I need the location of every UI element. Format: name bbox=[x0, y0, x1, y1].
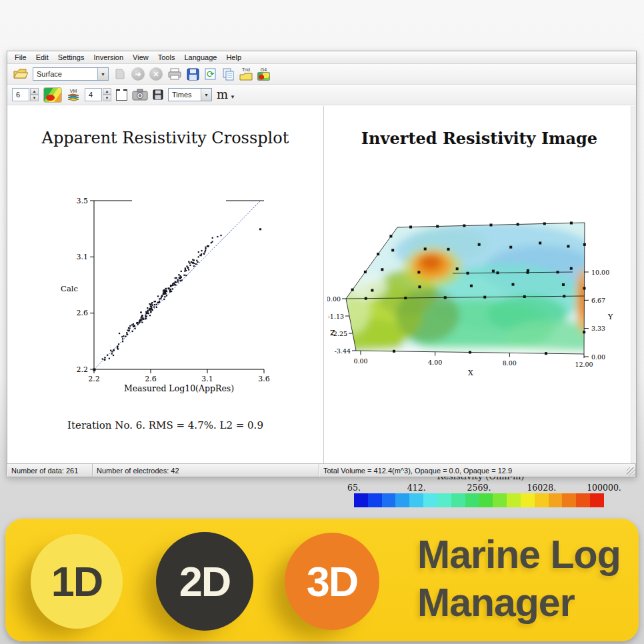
colorbar-segment bbox=[507, 493, 521, 507]
svg-text:4.00: 4.00 bbox=[428, 359, 442, 366]
volume-layers-icon[interactable]: VM bbox=[67, 89, 80, 101]
spin-down-icon[interactable]: ▼ bbox=[103, 95, 111, 101]
badge-3d: 3D bbox=[285, 533, 379, 630]
spin-up-icon[interactable]: ▲ bbox=[103, 88, 111, 95]
map-icon[interactable]: G4 bbox=[257, 67, 270, 81]
svg-text:Y: Y bbox=[607, 313, 613, 321]
status-electrode-count: Number of electrodes: 42 bbox=[93, 464, 319, 477]
colorbar-segment bbox=[409, 493, 423, 507]
plot-area: Apparent Resistivity Crossplot 3.53.12.6… bbox=[7, 106, 636, 465]
svg-text:2.2: 2.2 bbox=[77, 365, 89, 374]
colorbar-segment bbox=[423, 493, 437, 507]
iteration-spinbox[interactable]: 6 ▲▼ bbox=[12, 88, 39, 101]
colorbar-tick-label: 100000. bbox=[587, 483, 621, 493]
copy-icon[interactable] bbox=[221, 67, 235, 81]
svg-text:2.2: 2.2 bbox=[88, 375, 100, 383]
svg-text:-0.00: -0.00 bbox=[327, 295, 341, 303]
spin-up-icon[interactable]: ▲ bbox=[30, 88, 39, 95]
font-select[interactable]: Times ▼ bbox=[168, 88, 212, 101]
open-project-icon[interactable] bbox=[12, 67, 28, 81]
svg-text:0.00: 0.00 bbox=[591, 353, 605, 361]
spin-down-icon[interactable]: ▼ bbox=[30, 95, 39, 101]
document-icon-disabled bbox=[113, 67, 127, 81]
chevron-down-icon[interactable]: ▼ bbox=[97, 68, 108, 80]
resistivity-colorbar: Resistivity (Ohm-m) 65.412.2569.16028.10… bbox=[337, 471, 624, 511]
colorbar-segment bbox=[465, 493, 479, 507]
colorbar-tick-label: 412. bbox=[407, 483, 426, 493]
resize-grip[interactable] bbox=[627, 467, 635, 476]
svg-text:3.1: 3.1 bbox=[201, 375, 213, 383]
colorbar-segment bbox=[590, 493, 604, 507]
colorbar-tick-label: 65. bbox=[347, 483, 361, 493]
main-toolbar: Surface ▼ ➜ ✕ ⟳ bbox=[7, 64, 636, 85]
svg-text:3.5: 3.5 bbox=[77, 197, 89, 205]
svg-text:3.6: 3.6 bbox=[258, 375, 270, 383]
colorbar-segment bbox=[535, 493, 549, 507]
layer-spinbox[interactable]: 4 ▲▼ bbox=[85, 88, 111, 101]
colorbar-segment bbox=[382, 493, 396, 507]
svg-text:3.1: 3.1 bbox=[77, 253, 89, 261]
colorbar-segment bbox=[354, 493, 368, 507]
axes-frame-icon[interactable] bbox=[116, 89, 127, 101]
colorbar-segment bbox=[395, 493, 409, 507]
font-select-value: Times bbox=[169, 91, 201, 99]
save-image-icon[interactable] bbox=[153, 89, 163, 100]
trid-folder-icon[interactable]: Trid bbox=[239, 67, 253, 81]
menu-item-tools[interactable]: Tools bbox=[153, 52, 180, 63]
screenshot-stage: FileEditSettingsInversionViewToolsLangua… bbox=[0, 0, 644, 644]
svg-text:2.6: 2.6 bbox=[77, 309, 89, 317]
iteration-value[interactable]: 6 bbox=[12, 88, 29, 101]
product-title: Marine Log Manager bbox=[417, 531, 621, 627]
svg-text:3.33: 3.33 bbox=[591, 325, 605, 332]
application-window: FileEditSettingsInversionViewToolsLangua… bbox=[7, 51, 637, 477]
svg-text:8.00: 8.00 bbox=[503, 359, 517, 367]
menu-item-edit[interactable]: Edit bbox=[31, 52, 53, 63]
volume-title: Inverted Resistivity Image bbox=[324, 129, 635, 148]
status-volume-info: Total Volume = 412.4(m^3), Opaque = 0.0,… bbox=[319, 464, 636, 477]
product-title-line2: Manager bbox=[417, 579, 621, 627]
svg-text:0.00: 0.00 bbox=[353, 357, 367, 365]
colorbar-tick-label: 2569. bbox=[467, 483, 491, 493]
unit-menu[interactable]: m ▼ bbox=[217, 89, 235, 100]
product-title-line1: Marine Log bbox=[417, 531, 621, 579]
menu-item-file[interactable]: File bbox=[10, 52, 31, 63]
svg-text:Measured Log10(AppRes): Measured Log10(AppRes) bbox=[124, 383, 234, 393]
svg-text:12.00: 12.00 bbox=[575, 361, 593, 368]
panel-divider bbox=[323, 106, 324, 465]
status-bar: Number of data: 261 Number of electrodes… bbox=[7, 463, 636, 477]
svg-text:-1.13: -1.13 bbox=[328, 313, 344, 320]
view-toolbar: 6 ▲▼ VM 4 ▲▼ bbox=[7, 85, 636, 105]
colorbar-segment bbox=[437, 493, 451, 507]
snapshot-camera-icon[interactable] bbox=[132, 89, 148, 101]
refresh-icon[interactable]: ⟳ bbox=[204, 67, 217, 81]
chevron-down-icon[interactable]: ▼ bbox=[201, 89, 211, 101]
menu-item-help[interactable]: Help bbox=[221, 52, 246, 63]
menu-item-inversion[interactable]: Inversion bbox=[89, 52, 128, 63]
stop-icon-disabled: ✕ bbox=[149, 67, 163, 81]
volume-figure: -0.00-1.13-2.25-3.44Z10.006.673.330.00Y0… bbox=[327, 214, 635, 383]
print-icon[interactable] bbox=[167, 67, 182, 81]
menu-item-view[interactable]: View bbox=[128, 52, 153, 63]
badge-1d: 1D bbox=[31, 534, 123, 629]
svg-text:10.00: 10.00 bbox=[591, 269, 609, 276]
crossplot-caption: Iteration No. 6. RMS = 4.7%. L2 = 0.9 bbox=[7, 419, 323, 431]
save-icon[interactable] bbox=[187, 68, 199, 81]
menu-item-settings[interactable]: Settings bbox=[53, 52, 89, 63]
svg-text:-3.44: -3.44 bbox=[335, 347, 351, 355]
colorbar-segment bbox=[521, 493, 535, 507]
layer-value[interactable]: 4 bbox=[85, 88, 102, 101]
dataset-select[interactable]: Surface ▼ bbox=[33, 67, 109, 81]
dataset-select-value: Surface bbox=[33, 70, 97, 78]
svg-text:X: X bbox=[468, 369, 473, 377]
menu-bar: FileEditSettingsInversionViewToolsLangua… bbox=[7, 51, 636, 64]
colorbar-segment bbox=[493, 493, 507, 507]
colorbar-segment bbox=[368, 493, 382, 507]
product-banner: 1D 2D 3D Marine Log Manager bbox=[5, 519, 639, 641]
unit-menu-value: m bbox=[217, 89, 228, 100]
menu-item-language[interactable]: Language bbox=[179, 52, 221, 63]
badge-2d: 2D bbox=[156, 532, 253, 631]
status-data-count: Number of data: 261 bbox=[7, 464, 93, 477]
chevron-down-icon: ▼ bbox=[230, 94, 235, 100]
svg-text:Calc: Calc bbox=[61, 284, 78, 293]
contour-map-icon[interactable] bbox=[43, 87, 62, 103]
